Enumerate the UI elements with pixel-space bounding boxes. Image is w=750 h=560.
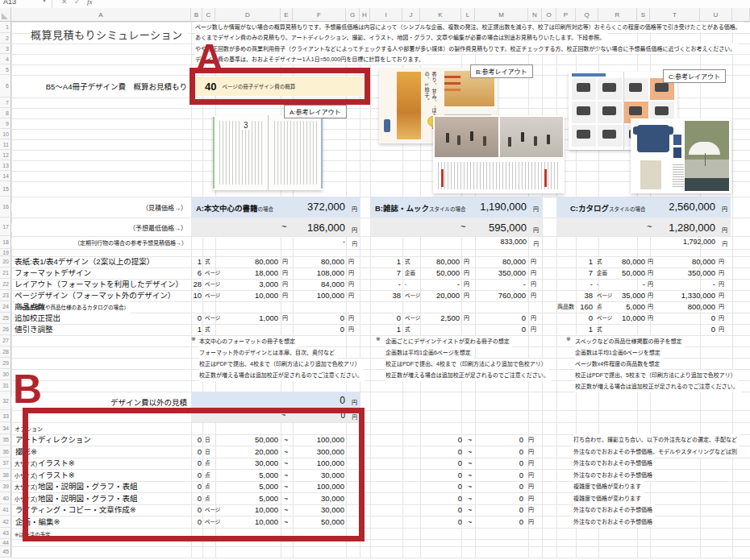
item-a-unit: ページ xyxy=(205,268,220,279)
item-b-total: 0 xyxy=(477,324,526,335)
yen-label: 円 xyxy=(534,239,540,247)
item-a-unit-price: 10,000 xyxy=(221,290,278,301)
item-c-total: 800,000 xyxy=(661,301,715,313)
summary-c-min: 1,280,000 xyxy=(669,222,715,234)
catalog-product-cell xyxy=(624,78,648,100)
summary-a-min-cell: ~ 186,000 円 xyxy=(191,218,360,236)
formula-bar: A13 ▼ ✕ ✓ fx xyxy=(0,0,750,8)
option-note: 外注なのでおおよその予想価格。モデルやスタイリングなどは別 xyxy=(573,446,740,458)
summary-c-price-cell: C:カタログスタイルの場合 2,560,000 円 xyxy=(556,197,731,218)
yen-label: 円 xyxy=(528,434,534,446)
catalog-product-cell xyxy=(598,125,622,147)
item-b-unit-price: 50,000 xyxy=(410,268,460,279)
confirm-entry-icon[interactable]: ✓ xyxy=(74,0,81,6)
item-c-count[interactable]: 1 xyxy=(556,256,593,268)
summary-b-periodical-cell: 833,000 円 xyxy=(370,236,542,249)
caption-text-column xyxy=(673,164,684,187)
item-c-count[interactable]: - xyxy=(556,279,593,290)
yen-label: 円 xyxy=(352,226,357,234)
pants-photo xyxy=(640,160,661,189)
tilde-label: ~ xyxy=(468,446,472,458)
yen-label: 円 xyxy=(348,256,354,268)
yen-label: 円 xyxy=(528,458,534,470)
note-line: 校正数が増える場合は追加校正が足されるのでご注意ください。 xyxy=(199,370,365,381)
catalog-product-cell xyxy=(572,78,596,100)
item-a-unit-price: 80,000 xyxy=(221,256,278,268)
item-a-count[interactable]: 0 xyxy=(157,313,202,324)
intro-note-line: ページ数しか情報がない場合の概算見積もりです。予想最低価格は内容によって（シンプ… xyxy=(195,22,744,32)
red-text-bars xyxy=(444,76,460,78)
tilde-label: ~ xyxy=(468,481,472,493)
estimate-input-label: B5〜A4冊子デザイン費 概算お見積もり xyxy=(11,81,187,92)
yen-label: 円 xyxy=(464,313,469,324)
insert-function-icon[interactable]: fx xyxy=(87,0,93,6)
table-row: ページデザイン（フォーマット外のデザイン） 10 ページ 10,000 円 10… xyxy=(11,290,750,301)
annotation-letter-b: B xyxy=(13,369,42,409)
yen-label: 円 xyxy=(282,256,288,268)
catalog-product-cell xyxy=(598,78,622,100)
option-subtotal-min: 0 xyxy=(413,470,462,482)
item-b-count[interactable]: 1 xyxy=(358,256,401,268)
intro-note-line: やや校正回数が多めの商業利用冊子（クライアントなどによってチェックする人や部署が… xyxy=(195,44,738,54)
option-note: 外注なのでおおよその予想価格 xyxy=(573,458,655,470)
yen-label: 円 xyxy=(648,268,653,279)
item-label: 商品点数（※商品番号や商品仕様のあるカタログの場合） xyxy=(15,301,131,313)
intro-note-line: あくまでデザイン費のみの見積もり。アートディレクション、撮影、イラスト、地図・グ… xyxy=(195,32,607,43)
item-b-count[interactable]: 7 xyxy=(358,268,401,279)
yen-label: 円 xyxy=(464,256,469,268)
yen-label: 円 xyxy=(648,313,653,324)
item-a-count[interactable]: 10 xyxy=(157,290,202,301)
item-b-unit-price: 2,500 xyxy=(410,313,460,324)
yen-label: 円 xyxy=(533,226,539,234)
sheet-content: 概算見積もりシミュレーション ページ数しか情報がない場合の概算見積もりです。予想… xyxy=(0,0,750,560)
people-photo-left xyxy=(435,117,498,157)
summary-b-min-cell: ~ 595,000 円 xyxy=(370,218,542,236)
item-a-count[interactable]: 6 xyxy=(157,268,202,279)
item-c-count[interactable]: 38 xyxy=(556,290,593,301)
red-accent-bar xyxy=(441,169,444,187)
item-b-count[interactable]: - xyxy=(358,279,401,290)
yen-label: 円 xyxy=(719,268,724,279)
item-a-count[interactable]: 1 xyxy=(157,324,202,335)
yen-label: 円 xyxy=(719,324,724,335)
layout-label-b: B:参考レイアウト xyxy=(470,64,533,78)
item-a-count[interactable]: 28 xyxy=(157,279,202,290)
item-a-total: 84,000 xyxy=(298,279,344,290)
item-c-unit-price: 10,000 xyxy=(604,313,645,324)
item-b-count[interactable]: 38 xyxy=(358,290,401,301)
option-subtotal-min: 0 xyxy=(413,481,462,493)
annotation-box-b xyxy=(23,408,365,541)
item-b-count[interactable]: 1 xyxy=(358,324,401,335)
layout-label-c: C:参考レイアウト xyxy=(663,69,726,83)
yen-label: 円 xyxy=(528,446,534,458)
item-c-count[interactable]: 0 xyxy=(556,313,593,324)
item-a-unit: 式 xyxy=(205,324,210,335)
yen-label: 円 xyxy=(348,324,354,335)
note-line: 校正数が増える場合は追加校正が足されるのでご注意ください。 xyxy=(385,370,552,381)
item-a-count[interactable]: 1 xyxy=(157,256,202,268)
item-b-total: 760,000 xyxy=(477,290,526,301)
option-note: 複雑度で価格が変わります xyxy=(573,481,644,493)
item-b-count[interactable]: 0 xyxy=(358,313,401,324)
option-subtotal-min: 0 xyxy=(413,446,462,458)
namebox-dropdown-icon[interactable]: ▼ xyxy=(42,0,47,3)
tilde-label: ~ xyxy=(468,504,472,516)
item-c-unit-price: 50,000 xyxy=(604,268,645,279)
note-line: 企画数は平均1企画6ページを想定 xyxy=(385,347,473,359)
note-line: ページ数x4件程度の商品数を想定 xyxy=(575,359,662,370)
item-a-unit: 式 xyxy=(205,256,210,268)
option-subtotal-min: 0 xyxy=(413,458,462,470)
item-c-count[interactable]: 1 xyxy=(556,324,593,335)
table-row: 商品点数（※商品番号や商品仕様のあるカタログの場合） 商品数 160 点 xyxy=(11,301,750,313)
item-b-unit-price: 80,000 xyxy=(410,256,460,268)
item-b-unit: 式 xyxy=(405,324,410,335)
item-c-count[interactable]: 7 xyxy=(556,268,593,279)
item-c-count[interactable]: 160 xyxy=(556,301,593,313)
cell-name-box[interactable]: A13 ▼ xyxy=(0,0,52,8)
article-text-columns xyxy=(438,162,559,189)
item-a-unit-price: 18,000 xyxy=(221,268,278,279)
option-subtotal-min: 0 xyxy=(413,516,462,529)
summary-b-price: 1,190,000 xyxy=(480,201,527,213)
table-row: フォーマットデザイン 6 ページ 18,000 円 108,000 円 7 企画… xyxy=(11,268,750,279)
cancel-entry-icon[interactable]: ✕ xyxy=(61,0,68,6)
